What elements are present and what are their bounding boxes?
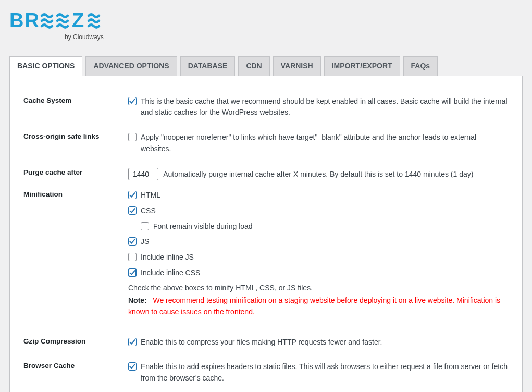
checkbox-font-visible[interactable] — [141, 222, 149, 230]
checkbox-cross-origin[interactable] — [128, 133, 137, 141]
svg-text:Z: Z — [72, 9, 85, 31]
tab-cdn[interactable]: CDN — [238, 56, 269, 76]
label-font-visible: Font remain visible during load — [153, 221, 253, 232]
desc-cross-origin: Apply "noopener noreferrer" to links whi… — [141, 132, 509, 154]
label-minify-css: CSS — [141, 205, 156, 217]
tab-database[interactable]: DATABASE — [180, 56, 236, 76]
minification-note-label: Note: — [128, 296, 147, 304]
label-cross-origin: Cross-origin safe links — [23, 132, 125, 140]
checkbox-browser-cache[interactable] — [128, 362, 137, 371]
tab-varnish[interactable]: VARNISH — [273, 56, 321, 76]
tab-faqs[interactable]: FAQs — [403, 56, 438, 76]
label-purge-after: Purge cache after — [23, 168, 125, 176]
settings-panel: Cache System This is the basic cache tha… — [9, 76, 523, 392]
desc-cache-system: This is the basic cache that we recommen… — [141, 96, 509, 118]
label-minify-js: JS — [141, 236, 149, 248]
checkbox-minify-js[interactable] — [128, 237, 137, 246]
minification-note: We recommend testing minification on a s… — [128, 296, 500, 316]
checkbox-minify-html[interactable] — [128, 191, 137, 199]
checkbox-inline-css[interactable] — [128, 268, 137, 277]
label-minify-html: HTML — [141, 190, 160, 201]
breeze-logo-icon: BR Z — [9, 9, 114, 32]
label-inline-js: Include inline JS — [141, 252, 194, 263]
checkbox-inline-js[interactable] — [128, 253, 137, 261]
checkbox-cache-system[interactable] — [128, 97, 137, 105]
desc-browser-cache: Enable this to add expires headers to st… — [141, 361, 509, 384]
input-purge-minutes[interactable] — [128, 168, 158, 180]
checkbox-gzip[interactable] — [128, 338, 137, 346]
tab-import-export[interactable]: IMPORT/EXPORT — [324, 56, 400, 76]
tabs: BASIC OPTIONS ADVANCED OPTIONS DATABASE … — [9, 56, 523, 76]
label-gzip: Gzip Compression — [23, 337, 125, 345]
logo-byline: by Cloudways — [65, 33, 523, 41]
desc-purge-after: Automatically purge internal cache after… — [163, 170, 473, 178]
logo: BR Z by Cloudways — [9, 9, 523, 41]
desc-gzip: Enable this to compress your files makin… — [141, 337, 382, 348]
tab-advanced-options[interactable]: ADVANCED OPTIONS — [85, 56, 177, 76]
label-inline-css: Include inline CSS — [141, 267, 200, 279]
minification-help: Check the above boxes to minify HTML, CS… — [128, 283, 509, 294]
checkbox-minify-css[interactable] — [128, 206, 137, 215]
label-cache-system: Cache System — [23, 96, 125, 104]
svg-text:BR: BR — [9, 9, 40, 31]
label-minification: Minification — [23, 190, 125, 198]
tab-basic-options[interactable]: BASIC OPTIONS — [9, 56, 82, 76]
label-browser-cache: Browser Cache — [23, 361, 125, 370]
